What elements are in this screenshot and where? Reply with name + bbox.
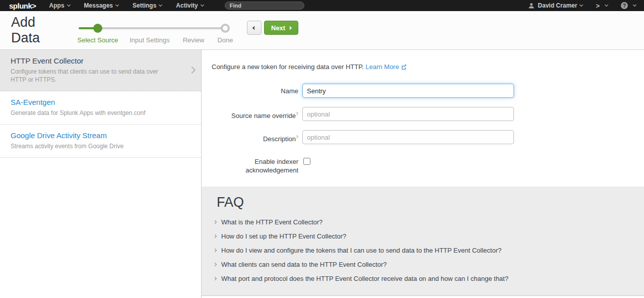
chevron-down-icon [201,3,204,7]
source-name-override-label: Source name override? [212,107,298,121]
form-row-name: Name [212,84,644,98]
step-done: Done [217,36,233,44]
faq-question-text: How do I view and configure the tokens t… [221,247,501,254]
chevron-right-icon [213,249,217,252]
stepper-progress-line [79,27,94,29]
description-label: Description? [212,130,298,144]
user-menu[interactable]: David Cramer [528,2,583,9]
sidebar-item-google-drive-activity-stream[interactable]: Google Drive Activity Stream Streams act… [0,125,201,158]
stepper-current-dot [93,24,102,33]
source-sidebar: HTTP Event Collector Configure tokens th… [0,50,202,298]
nav-menu-apps-label: Apps [49,2,65,9]
chevron-right-icon [213,220,217,224]
chevron-right-icon [213,277,217,280]
next-button-label: Next [271,24,285,32]
top-nav-bar: splunk> Apps Messages Settings Activity … [0,0,644,11]
chevron-right-icon [213,263,217,266]
sidebar-item-description: Streams activity events from Google Driv… [11,142,175,150]
chevron-right-icon [213,234,217,238]
step-select-source: Select Source [78,36,118,44]
nav-menu-activity-label: Activity [176,2,198,9]
intro-sentence: Configure a new token for receiving data… [212,63,364,71]
chevron-down-icon [159,3,162,7]
chevron-down-icon [605,3,608,7]
sidebar-item-description: Configure tokens that clients can use to… [11,68,175,84]
help-menu[interactable]: ? [621,2,636,9]
step-input-settings: Input Settings [130,36,170,44]
sidebar-item-title: Google Drive Activity Stream [11,131,175,140]
page-header: Add Data Select Source Input Settings Re… [0,11,644,50]
back-button[interactable] [247,21,262,35]
sidebar-item-title: HTTP Event Collector [11,56,175,65]
find-search-input[interactable] [225,2,304,10]
faq-question-2[interactable]: How do I set up the HTTP Event Collector… [214,232,632,240]
faq-question-4[interactable]: What clients can send data to the HTTP E… [214,261,632,268]
sidebar-item-title: SA-Eventgen [11,98,175,106]
nav-menu-apps[interactable]: Apps [49,2,70,9]
faq-question-text: How do I set up the HTTP Event Collector… [221,232,346,240]
token-form: Configure a new token for receiving data… [202,50,644,174]
faq-question-1[interactable]: What is the HTTP Event Collector? [214,218,632,226]
chevron-right-icon [288,26,292,29]
sidebar-item-sa-eventgen[interactable]: SA-Eventgen Generate data for Splunk App… [0,91,201,125]
faq-question-text: What port and protocol does the HTTP Eve… [221,275,508,282]
faq-section: FAQ What is the HTTP Event Collector? Ho… [202,187,644,296]
chevron-down-icon [579,3,583,7]
main-panel: Configure a new token for receiving data… [202,50,644,298]
learn-more-link[interactable]: Learn More [365,63,406,71]
user-icon [528,3,535,9]
splunk-gt-icon: > [596,2,600,10]
faq-question-text: What is the HTTP Event Collector? [221,218,323,226]
intro-text: Configure a new token for receiving data… [212,63,644,71]
form-row-description: Description? [212,130,644,144]
nav-menu-messages-label: Messages [84,2,113,9]
indexer-acknowledgement-checkbox[interactable] [303,158,310,165]
content-area: HTTP Event Collector Configure tokens th… [0,50,644,298]
user-name: David Cramer [538,2,577,9]
faq-question-5[interactable]: What port and protocol does the HTTP Eve… [214,275,632,282]
name-label: Name [212,84,298,98]
form-row-indexer-acknowledgement: Enable indexer acknowledgement [212,156,644,174]
help-icon: ? [621,2,628,9]
chevron-right-icon [188,66,196,73]
faq-title: FAQ [217,195,632,210]
field-help-icon[interactable]: ? [296,111,298,116]
sidebar-item-http-event-collector[interactable]: HTTP Event Collector Configure tokens th… [0,50,201,91]
nav-menu-settings-label: Settings [133,2,156,9]
learn-more-label: Learn More [365,63,399,71]
wizard-stepper: Select Source Input Settings Review Done [79,17,231,43]
chevron-down-icon [115,3,119,7]
nav-right-cluster: David Cramer > ? [528,2,644,10]
faq-question-3[interactable]: How do I view and configure the tokens t… [214,247,632,254]
sidebar-item-description: Generate data for Splunk Apps with event… [11,109,175,117]
form-row-source-name-override: Source name override? [212,107,644,121]
stepper-done-circle [221,24,230,33]
field-help-icon[interactable]: ? [296,135,298,140]
splunk-logo-mark: > [32,2,36,10]
nav-menu-settings[interactable]: Settings [133,2,162,9]
indexer-acknowledgement-label: Enable indexer acknowledgement [212,156,298,174]
splunk-bar-menu[interactable]: > [596,2,608,10]
external-link-icon [401,64,407,70]
chevron-down-icon [633,3,636,7]
splunk-logo[interactable]: splunk> [9,2,36,10]
source-name-override-input[interactable] [302,107,514,121]
stepper-track-line [98,27,225,29]
next-button[interactable]: Next [264,21,298,35]
chevron-left-icon [252,26,256,29]
name-input[interactable] [302,84,514,98]
page-title: Add Data [11,15,68,46]
description-input[interactable] [302,130,514,144]
nav-menu-activity[interactable]: Activity [176,2,203,9]
faq-question-text: What clients can send data to the HTTP E… [221,261,387,268]
nav-menu-messages[interactable]: Messages [84,2,118,9]
step-review: Review [183,36,205,44]
chevron-down-icon [67,3,71,7]
